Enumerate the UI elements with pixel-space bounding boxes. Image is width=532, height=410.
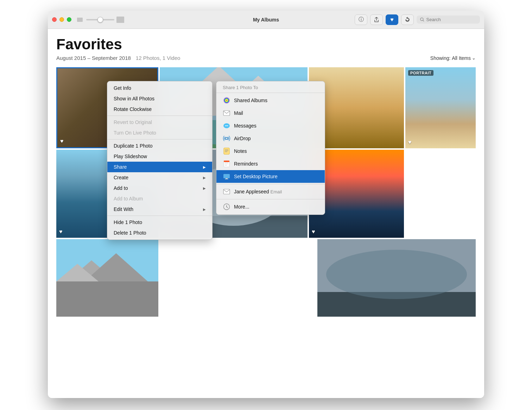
favorite-button[interactable]: ♥ [386,14,398,25]
photo-cell-empty-2 [160,239,316,317]
reminders-icon [223,160,230,168]
page-title: Favorites [56,36,476,53]
date-range: August 2015 – September 2018 [56,55,131,61]
minimize-button[interactable] [59,17,64,22]
svg-point-29 [226,137,228,139]
subtitle-bar: August 2015 – September 2018 12 Photos, … [56,55,476,61]
svg-point-46 [226,206,227,207]
photo-row-3 [56,239,476,317]
desktop-picture-icon [223,173,230,180]
search-input[interactable] [426,17,476,22]
submenu-sep-1 [216,184,325,184]
showing-label: Showing: [430,55,451,61]
submenu-item-more[interactable]: More... [216,200,325,213]
submenu-item-mail[interactable]: Mail [216,107,325,119]
mail-icon [223,109,230,117]
thumbnail-controls [77,17,124,23]
submenu-item-shared-albums[interactable]: Shared Albums [216,94,325,107]
search-box[interactable] [417,15,480,24]
portrait-badge: PORTRAIT [408,70,433,76]
favorite-heart-7: ♥ [312,229,315,235]
thumbnail-large-icon [116,17,124,23]
jane-email-icon [223,188,230,195]
favorite-heart-4: ♥ [408,139,412,145]
photo-cell-4[interactable]: PORTRAIT ♥ [405,67,476,148]
submenu-title: Share 1 Photo To [216,83,325,92]
submenu-sep-0 [216,93,325,93]
share-submenu: Share 1 Photo To Shared Albums Mail Mess… [216,81,325,215]
info-button[interactable]: ⓘ [355,14,367,25]
subtitle-left: August 2015 – September 2018 12 Photos, … [56,55,180,61]
photo-cell-8[interactable] [56,239,158,317]
submenu-item-messages[interactable]: Messages [216,119,325,132]
close-button[interactable] [52,17,57,22]
rotate-button[interactable] [401,14,414,25]
svg-rect-23 [223,111,230,116]
svg-point-22 [224,98,229,103]
svg-rect-30 [224,148,229,154]
menu-item-add-album: Add to Album [107,193,212,204]
airdrop-icon [223,135,230,142]
photo-count: 12 Photos, 1 Video [136,55,180,61]
menu-item-share[interactable]: Share ▶ [107,162,212,172]
share-button[interactable] [370,14,383,25]
maximize-button[interactable] [67,17,71,22]
showing-dropdown[interactable]: Showing: All Items ⌄ [430,55,476,61]
menu-separator-3 [107,216,212,216]
menu-item-create[interactable]: Create ▶ [107,172,212,183]
main-window: My Albums ⓘ ♥ F [48,11,484,398]
menu-item-edit-with[interactable]: Edit With ▶ [107,204,212,215]
favorite-heart-1: ♥ [60,138,64,144]
submenu-item-notes[interactable]: Notes [216,145,325,157]
menu-item-slideshow[interactable]: Play Slideshow [107,151,212,162]
thumbnail-size-slider[interactable] [86,19,114,20]
menu-item-duplicate[interactable]: Duplicate 1 Photo [107,141,212,151]
photo-cell-9[interactable] [317,239,476,317]
svg-rect-38 [224,161,229,162]
traffic-lights [52,17,71,22]
edit-with-arrow: ▶ [203,207,206,211]
menu-item-delete[interactable]: Delete 1 Photo [107,228,212,238]
window-title: My Albums [253,17,279,23]
content-area: Favorites August 2015 – September 2018 1… [48,29,484,398]
svg-rect-39 [223,174,230,178]
svg-rect-40 [226,178,228,179]
submenu-item-jane[interactable]: Jane Appleseed Email [216,185,325,198]
notes-icon [223,147,230,155]
shared-albums-icon [223,97,230,104]
menu-item-hide[interactable]: Hide 1 Photo [107,217,212,228]
svg-point-26 [225,125,226,126]
svg-line-1 [423,20,424,21]
svg-rect-12 [56,281,158,317]
submenu-item-reminders[interactable]: Reminders [216,157,325,170]
menu-item-add-to[interactable]: Add to ▶ [107,183,212,193]
share-arrow: ▶ [203,165,206,169]
create-arrow: ▶ [203,176,206,180]
menu-separator-1 [107,116,212,116]
showing-value: All Items [452,55,471,61]
menu-item-rotate[interactable]: Rotate Clockwise [107,104,212,114]
svg-point-27 [226,125,227,126]
menu-item-live-photo: Turn On Live Photo [107,128,212,138]
toolbar-actions: ⓘ ♥ [355,14,480,25]
photo-cell-empty [405,150,476,238]
submenu-item-desktop[interactable]: Set Desktop Picture [216,170,325,183]
context-menu: Get Info Show in All Photos Rotate Clock… [107,81,213,240]
add-to-arrow: ▶ [203,186,206,190]
messages-icon [223,122,230,130]
svg-rect-42 [223,189,230,194]
menu-item-show-all[interactable]: Show in All Photos [107,93,212,104]
menu-item-get-info[interactable]: Get Info [107,83,212,93]
favorite-heart-5: ♥ [59,229,63,235]
submenu-item-airdrop[interactable]: AirDrop [216,132,325,145]
menu-item-revert: Revert to Original [107,117,212,128]
menu-separator-2 [107,139,212,139]
showing-arrow: ⌄ [472,55,476,61]
more-icon [223,203,230,211]
titlebar: My Albums ⓘ ♥ [48,11,484,29]
svg-point-18 [326,250,467,299]
svg-rect-41 [225,179,228,179]
submenu-sep-2 [216,199,325,199]
search-icon [420,17,424,22]
svg-point-28 [227,125,228,126]
